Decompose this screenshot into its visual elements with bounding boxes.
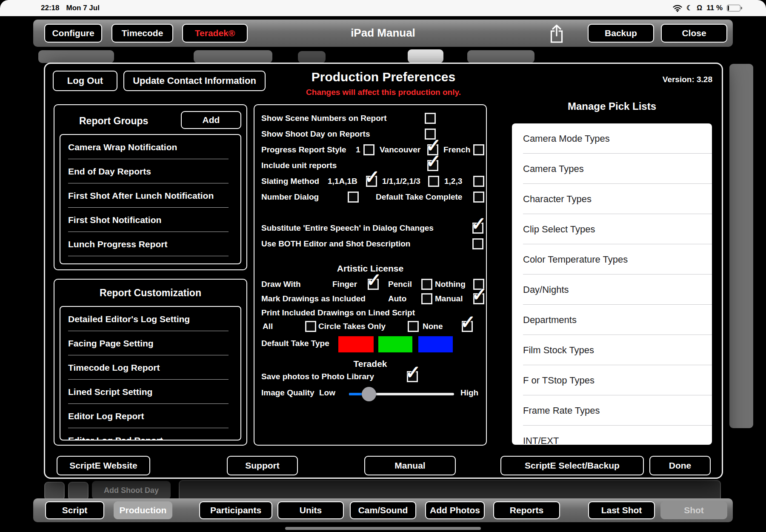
pick-lists-panel: Camera Mode Types Camera Types Character… xyxy=(512,123,712,445)
slider-thumb[interactable] xyxy=(362,387,376,401)
background-artifact xyxy=(467,50,534,63)
image-quality-high-label: High xyxy=(460,388,478,398)
use-both-editor-checkbox[interactable] xyxy=(472,238,483,249)
warning-text: Changes will affect this production only… xyxy=(45,88,722,97)
report-customization-item[interactable]: Editor Log Report xyxy=(60,404,240,428)
done-button[interactable]: Done xyxy=(649,456,711,475)
nav-units-button[interactable]: Units xyxy=(277,501,344,519)
progress-style-french-label: French xyxy=(443,145,470,154)
scripte-website-button[interactable]: ScriptE Website xyxy=(57,456,150,475)
home-indicator[interactable] xyxy=(285,527,481,530)
top-toolbar: Configure Timecode Teradek® iPad Manual … xyxy=(33,20,733,47)
image-quality-slider[interactable] xyxy=(349,393,454,395)
print-all-checkbox[interactable] xyxy=(305,321,316,332)
background-artifact xyxy=(68,482,89,501)
report-customization-panel: Report Customization Detailed Editor's L… xyxy=(54,279,247,446)
report-groups-panel: Report Groups Add Camera Wrap Notificati… xyxy=(54,104,247,270)
number-dialog-checkbox[interactable] xyxy=(348,192,359,203)
clock: 22:18 xyxy=(41,4,59,12)
add-report-group-button[interactable]: Add xyxy=(181,111,241,129)
nav-reports-button[interactable]: Reports xyxy=(493,501,560,519)
pick-list-item[interactable]: Day/Nights xyxy=(512,275,712,305)
pick-list-item[interactable]: F or TStop Types xyxy=(512,365,712,395)
pick-list-item[interactable]: Character Types xyxy=(512,184,712,214)
print-circle-takes-label: Circle Takes Only xyxy=(318,322,386,331)
report-group-item[interactable]: End of Day Reports xyxy=(60,159,240,183)
slating-1-1a-1b-checkbox[interactable] xyxy=(366,176,377,187)
progress-style-french-checkbox[interactable] xyxy=(473,144,484,155)
nav-cam-sound-button[interactable]: Cam/Sound xyxy=(350,501,416,519)
pick-list-item[interactable]: Departments xyxy=(512,305,712,335)
report-customization-item[interactable]: Editor Log Pad Report xyxy=(60,428,240,440)
backup-button[interactable]: Backup xyxy=(588,24,654,43)
battery-icon xyxy=(727,5,740,11)
pick-list-item[interactable]: INT/EXT xyxy=(512,426,712,445)
take-type-green-swatch[interactable] xyxy=(378,336,412,352)
show-scene-numbers-checkbox[interactable] xyxy=(425,113,436,124)
progress-style-vancouver-label: Vancouver xyxy=(380,145,420,154)
nav-participants-button[interactable]: Participants xyxy=(199,501,272,519)
preferences-panel: Show Scene Numbers on Report Show Shoot … xyxy=(254,104,487,446)
mark-drawings-label: Mark Drawings as Included xyxy=(261,294,366,303)
nav-add-photos-button[interactable]: Add Photos xyxy=(425,501,485,519)
take-type-blue-swatch[interactable] xyxy=(418,336,453,352)
mark-drawings-manual-checkbox[interactable] xyxy=(473,293,484,304)
default-take-complete-checkbox[interactable] xyxy=(473,192,484,203)
print-circle-takes-checkbox[interactable] xyxy=(408,321,419,332)
pick-list-item[interactable]: Camera Types xyxy=(512,154,712,184)
draw-with-pencil-checkbox[interactable] xyxy=(421,279,432,290)
progress-report-style-label: Progress Report Style xyxy=(261,145,346,154)
draw-with-finger-checkbox[interactable] xyxy=(368,279,379,290)
background-artifact xyxy=(729,64,753,428)
manual-button[interactable]: Manual xyxy=(364,456,456,475)
moon-icon: ☾ xyxy=(686,5,692,11)
slating-1-2-3-label: 1,2,3 xyxy=(444,177,462,186)
nav-shot-button[interactable]: Shot xyxy=(660,501,727,519)
report-group-item[interactable]: First Shot After Lunch Notification xyxy=(60,183,240,208)
pick-list-item[interactable]: Color Temperature Types xyxy=(512,244,712,275)
save-photos-checkbox[interactable] xyxy=(407,371,418,382)
slating-fractions-checkbox[interactable] xyxy=(428,176,439,187)
report-customization-item[interactable]: Timecode Log Report xyxy=(60,355,240,380)
show-shoot-day-label: Show Shoot Day on Reports xyxy=(261,129,370,139)
print-drawings-label: Print Included Drawings on Lined Script xyxy=(261,308,415,317)
substitute-entire-speech-label: Substitute 'Entire Speech' in Dialog Cha… xyxy=(261,223,434,233)
background-artifact xyxy=(408,49,443,63)
report-group-item[interactable]: Lunch Progress Report xyxy=(60,232,240,256)
progress-style-1-checkbox[interactable] xyxy=(363,144,374,155)
take-type-red-swatch[interactable] xyxy=(338,336,374,352)
include-unit-reports-checkbox[interactable] xyxy=(427,160,438,171)
pick-list-item[interactable]: Camera Mode Types xyxy=(512,123,712,154)
mark-drawings-auto-checkbox[interactable] xyxy=(421,293,432,304)
slating-1-2-3-checkbox[interactable] xyxy=(473,176,484,187)
image-quality-label: Image Quality xyxy=(261,388,314,398)
scripte-select-backup-button[interactable]: ScriptE Select/Backup xyxy=(500,456,644,475)
print-none-label: None xyxy=(423,322,443,331)
status-bar: 22:18 Mon 7 Jul ☾ Ω 11 % xyxy=(0,0,766,16)
close-button[interactable]: Close xyxy=(661,24,727,43)
dialog-title: Production Preferences xyxy=(45,70,722,84)
print-all-label: All xyxy=(263,322,273,331)
report-customization-item[interactable]: Lined Script Setting xyxy=(60,380,240,404)
report-group-item[interactable]: First Shot Notification xyxy=(60,208,240,232)
report-customization-item[interactable]: Facing Page Setting xyxy=(60,331,240,355)
share-icon xyxy=(549,24,564,43)
pick-list-item[interactable]: Frame Rate Types xyxy=(512,395,712,426)
report-group-item[interactable]: Camera Wrap Notification xyxy=(60,135,240,159)
nav-script-button[interactable]: Script xyxy=(45,501,104,519)
print-none-checkbox[interactable] xyxy=(462,321,473,332)
draw-with-label: Draw With xyxy=(261,280,301,289)
substitute-entire-speech-checkbox[interactable] xyxy=(472,223,483,234)
draw-with-finger-label: Finger xyxy=(332,280,357,289)
share-button[interactable] xyxy=(544,23,569,44)
support-button[interactable]: Support xyxy=(227,456,298,475)
report-groups-list: Camera Wrap Notification End of Day Repo… xyxy=(60,134,241,264)
nav-production-button[interactable]: Production xyxy=(114,501,172,519)
pick-list-item[interactable]: Film Stock Types xyxy=(512,335,712,365)
nav-last-shot-button[interactable]: Last Shot xyxy=(588,501,655,519)
report-customization-item[interactable]: Detailed Editor's Log Setting xyxy=(60,307,240,331)
progress-style-1-label: 1 xyxy=(356,145,360,154)
pick-list-item[interactable]: Clip Select Types xyxy=(512,214,712,244)
mark-drawings-manual-label: Manual xyxy=(435,294,463,303)
battery-percent: 11 % xyxy=(706,4,723,12)
